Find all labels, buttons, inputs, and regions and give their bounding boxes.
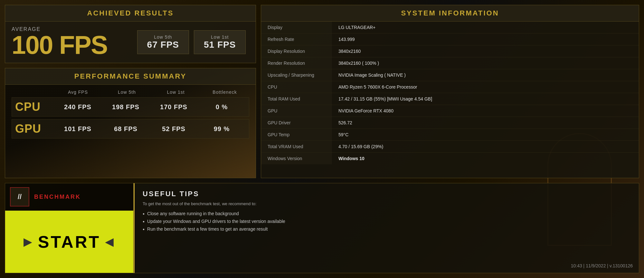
- sysinfo-key-refresh: Refresh Rate: [261, 34, 332, 45]
- start-arrow-right: ◀: [105, 236, 115, 248]
- low5th-label: Low 5th: [147, 34, 179, 40]
- sysinfo-row-upscaling: Upscaling / Sharpening NVIDIA Image Scal…: [261, 69, 639, 81]
- sysinfo-key-windows: Windows Version: [261, 153, 332, 164]
- sysinfo-val-gpu: NVIDIA GeForce RTX 4080: [332, 105, 639, 117]
- start-button-text: ▶ START ◀: [24, 232, 115, 252]
- sysinfo-row-gpu-driver: GPU Driver 526.72: [261, 117, 639, 129]
- tips-title: USEFUL TIPS: [143, 190, 631, 198]
- sysinfo-key-gpu: GPU: [261, 105, 332, 117]
- perf-row-gpu: GPU 101 FPS 68 FPS 52 FPS 99 %: [12, 119, 249, 139]
- system-information-panel: SYSTEM INFORMATION Display LG ULTRAGEAR+…: [261, 5, 639, 178]
- sysinfo-title: SYSTEM INFORMATION: [401, 9, 499, 17]
- sysinfo-content: Display LG ULTRAGEAR+ Refresh Rate 143.9…: [261, 22, 639, 178]
- sysinfo-header: SYSTEM INFORMATION: [261, 5, 639, 22]
- average-fps-value: 100 FPS: [12, 32, 107, 58]
- achieved-results-title: ACHIEVED RESULTS: [87, 9, 174, 17]
- low1st-value: 51 FPS: [204, 40, 236, 50]
- col-header-low5th: Low 5th: [102, 90, 151, 95]
- achieved-results-header: ACHIEVED RESULTS: [5, 5, 256, 22]
- tip-item-3: ● Run the benchmark test a few times to …: [143, 226, 631, 232]
- benchmark-icon: //: [10, 187, 29, 206]
- left-panel: ACHIEVED RESULTS AVERAGE 100 FPS Low 5th…: [5, 5, 256, 178]
- performance-summary-panel: PERFORMANCE SUMMARY Avg FPS Low 5th Low …: [5, 68, 256, 178]
- sysinfo-key-vram: Total VRAM Used: [261, 141, 332, 152]
- gpu-label: GPU: [15, 122, 54, 136]
- tips-list: ● Close any software running in the back…: [143, 211, 631, 232]
- gpu-low1st: 52 FPS: [150, 125, 198, 133]
- sysinfo-row-ram: Total RAM Used 17.42 / 31.15 GB (55%) [M…: [261, 93, 639, 105]
- sysinfo-val-display: LG ULTRAGEAR+: [332, 22, 639, 33]
- low1st-label: Low 1st: [204, 34, 236, 40]
- sysinfo-key-gpu-driver: GPU Driver: [261, 117, 332, 129]
- sysinfo-row-display-res: Display Resolution 3840x2160: [261, 45, 639, 57]
- cpu-low5th: 198 FPS: [102, 103, 150, 111]
- perf-table-container: Avg FPS Low 5th Low 1st Bottleneck CPU 2…: [5, 85, 256, 146]
- sysinfo-key-gpu-temp: GPU Temp: [261, 129, 332, 140]
- cpu-low1st: 170 FPS: [150, 103, 198, 111]
- tip-item-2: ● Update your Windows and GPU drivers to…: [143, 219, 631, 224]
- gpu-bottleneck: 99 %: [198, 125, 246, 133]
- footer-info: 10:43 | 11/9/2022 | v.13100126: [571, 263, 633, 268]
- benchmark-start-section: // BENCHMARK ▶ START ◀: [5, 183, 134, 273]
- gpu-low5th: 68 FPS: [102, 125, 150, 133]
- sysinfo-row-display: Display LG ULTRAGEAR+: [261, 22, 639, 34]
- col-header-low1st: Low 1st: [151, 90, 200, 95]
- tip-item-1: ● Close any software running in the back…: [143, 211, 631, 216]
- tips-subtitle: To get the most out of the benchmark tes…: [143, 201, 631, 206]
- sysinfo-val-display-res: 3840x2160: [332, 45, 639, 57]
- sysinfo-key-display-res: Display Resolution: [261, 45, 332, 57]
- perf-table-header: Avg FPS Low 5th Low 1st Bottleneck: [12, 90, 249, 95]
- tips-section: USEFUL TIPS To get the most out of the b…: [134, 183, 639, 273]
- sysinfo-val-vram: 4.70 / 15.69 GB (29%): [332, 141, 639, 152]
- sysinfo-key-upscaling: Upscaling / Sharpening: [261, 69, 332, 81]
- perf-summary-header: PERFORMANCE SUMMARY: [5, 68, 256, 85]
- bottom-bar: // BENCHMARK ▶ START ◀ USEFUL TIPS To ge…: [5, 183, 639, 273]
- cpu-label: CPU: [15, 100, 54, 114]
- perf-summary-title: PERFORMANCE SUMMARY: [74, 72, 186, 80]
- low5th-box: Low 5th 67 FPS: [137, 30, 189, 54]
- perf-row-cpu: CPU 240 FPS 198 FPS 170 FPS 0 %: [12, 97, 249, 117]
- sysinfo-row-render-res: Render Resolution 3840x2160 ( 100% ): [261, 57, 639, 69]
- average-section: AVERAGE 100 FPS: [12, 26, 127, 58]
- sysinfo-key-ram: Total RAM Used: [261, 93, 332, 105]
- fps-boxes: Low 5th 67 FPS Low 1st 51 FPS: [134, 30, 249, 54]
- sysinfo-val-render-res: 3840x2160 ( 100% ): [332, 57, 639, 69]
- sysinfo-row-gpu: GPU NVIDIA GeForce RTX 4080: [261, 105, 639, 117]
- col-header-avgfps: Avg FPS: [53, 90, 102, 95]
- sysinfo-key-render-res: Render Resolution: [261, 57, 332, 69]
- sysinfo-key-display: Display: [261, 22, 332, 33]
- sysinfo-row-vram: Total VRAM Used 4.70 / 15.69 GB (29%): [261, 141, 639, 153]
- achieved-results-panel: ACHIEVED RESULTS AVERAGE 100 FPS Low 5th…: [5, 5, 256, 63]
- sysinfo-val-ram: 17.42 / 31.15 GB (55%) [MWII Usage 4.54 …: [332, 93, 639, 105]
- low1st-box: Low 1st 51 FPS: [194, 30, 246, 54]
- sysinfo-row-windows: Windows Version Windows 10: [261, 153, 639, 164]
- gpu-avg-fps: 101 FPS: [54, 125, 102, 133]
- sysinfo-val-cpu: AMD Ryzen 5 7600X 6-Core Processor: [332, 81, 639, 93]
- sysinfo-row-refresh: Refresh Rate 143.999: [261, 34, 639, 45]
- benchmark-header: // BENCHMARK: [5, 183, 133, 211]
- start-arrow-left: ▶: [24, 236, 33, 248]
- benchmark-label: BENCHMARK: [34, 194, 81, 200]
- sysinfo-val-windows: Windows 10: [332, 153, 639, 164]
- cpu-avg-fps: 240 FPS: [54, 103, 102, 111]
- low5th-value: 67 FPS: [147, 40, 179, 50]
- sysinfo-row-cpu: CPU AMD Ryzen 5 7600X 6-Core Processor: [261, 81, 639, 93]
- cpu-bottleneck: 0 %: [198, 103, 246, 111]
- sysinfo-val-gpu-temp: 59°C: [332, 129, 639, 140]
- sysinfo-key-cpu: CPU: [261, 81, 332, 93]
- sysinfo-val-gpu-driver: 526.72: [332, 117, 639, 129]
- sysinfo-val-upscaling: NVIDIA Image Scaling ( NATIVE ): [332, 69, 639, 81]
- col-header-bottleneck: Bottleneck: [200, 90, 249, 95]
- start-button[interactable]: ▶ START ◀: [5, 211, 133, 273]
- results-content: AVERAGE 100 FPS Low 5th 67 FPS Low 1st 5…: [5, 22, 256, 63]
- sysinfo-row-gpu-temp: GPU Temp 59°C: [261, 129, 639, 141]
- sysinfo-val-refresh: 143.999: [332, 34, 639, 45]
